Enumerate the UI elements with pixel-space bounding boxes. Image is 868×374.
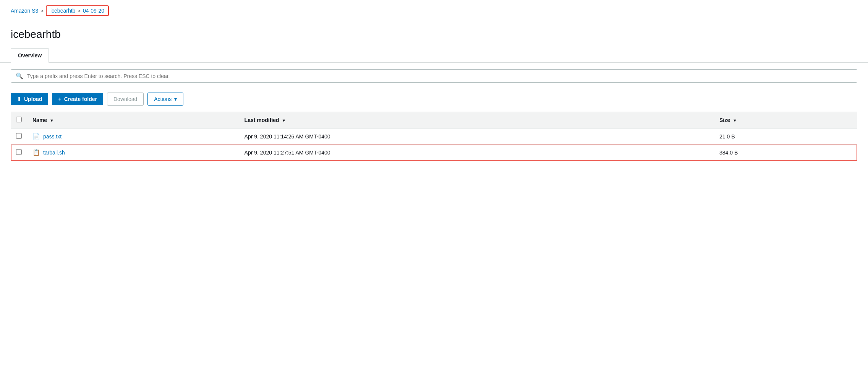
row-checkbox[interactable] <box>16 133 22 139</box>
col-name[interactable]: Name ▼ <box>27 112 239 128</box>
row-size-cell: 21.0 B <box>714 128 857 145</box>
create-folder-button[interactable]: + Create folder <box>52 93 103 105</box>
row-checkbox-cell <box>11 145 27 161</box>
upload-label: Upload <box>24 96 42 102</box>
page-title-section: icebearhtb <box>0 21 868 44</box>
row-checkbox[interactable] <box>16 149 22 155</box>
row-name-cell: 📋 tarball.sh <box>27 145 239 161</box>
download-button[interactable]: Download <box>107 93 144 106</box>
file-name-link[interactable]: 📋 tarball.sh <box>32 149 234 156</box>
tabs-bar: Overview <box>0 48 868 63</box>
search-bar-section: 🔍 <box>0 63 868 89</box>
upload-icon: ⬆ <box>17 96 21 102</box>
col-last-modified-sort-icon: ▼ <box>282 118 286 123</box>
file-name: pass.txt <box>43 133 62 140</box>
actions-chevron-icon: ▾ <box>174 96 177 102</box>
row-size: 21.0 B <box>719 133 735 140</box>
create-folder-icon: + <box>58 96 61 102</box>
col-size-sort-icon: ▼ <box>733 118 737 123</box>
breadcrumb-bucket[interactable]: icebearhtb <box>50 8 75 14</box>
table-header-row: Name ▼ Last modified ▼ Size ▼ <box>11 112 857 128</box>
file-name-link[interactable]: 📄 pass.txt <box>32 133 234 140</box>
search-input[interactable] <box>27 73 852 79</box>
breadcrumb-sep-1: > <box>40 8 44 14</box>
files-table: Name ▼ Last modified ▼ Size ▼ <box>11 112 857 161</box>
row-checkbox-cell <box>11 128 27 145</box>
select-all-checkbox[interactable] <box>16 117 22 122</box>
row-last-modified-cell: Apr 9, 2020 11:14:26 AM GMT-0400 <box>239 128 714 145</box>
row-last-modified-cell: Apr 9, 2020 11:27:51 AM GMT-0400 <box>239 145 714 161</box>
toolbar-section: ⬆ Upload + Create folder Download Action… <box>0 89 868 112</box>
actions-button[interactable]: Actions ▾ <box>147 93 183 106</box>
row-last-modified: Apr 9, 2020 11:14:26 AM GMT-0400 <box>245 133 330 140</box>
search-wrapper: 🔍 <box>11 69 857 83</box>
col-name-label: Name <box>32 117 47 123</box>
create-folder-label: Create folder <box>64 96 97 102</box>
col-last-modified[interactable]: Last modified ▼ <box>239 112 714 128</box>
table-section: Name ▼ Last modified ▼ Size ▼ <box>0 112 868 161</box>
col-size-label: Size <box>719 117 730 123</box>
file-icon: 📄 <box>32 133 40 140</box>
breadcrumb-highlighted-section: icebearhtb > 04-09-20 <box>46 5 109 16</box>
page-wrapper: Amazon S3 > icebearhtb > 04-09-20 icebea… <box>0 0 868 374</box>
breadcrumb-bar: Amazon S3 > icebearhtb > 04-09-20 <box>0 0 868 21</box>
table-row: 📄 pass.txt Apr 9, 2020 11:14:26 AM GMT-0… <box>11 128 857 145</box>
row-size: 384.0 B <box>719 150 738 156</box>
row-name-cell: 📄 pass.txt <box>27 128 239 145</box>
col-name-sort-icon: ▼ <box>50 118 54 123</box>
search-icon: 🔍 <box>16 72 23 80</box>
breadcrumb-folder[interactable]: 04-09-20 <box>83 8 104 14</box>
col-checkbox <box>11 112 27 128</box>
col-last-modified-label: Last modified <box>245 117 279 123</box>
breadcrumb-sep-2: > <box>78 8 81 14</box>
row-last-modified: Apr 9, 2020 11:27:51 AM GMT-0400 <box>245 150 330 156</box>
upload-button[interactable]: ⬆ Upload <box>11 93 48 105</box>
row-size-cell: 384.0 B <box>714 145 857 161</box>
table-row: 📋 tarball.sh Apr 9, 2020 11:27:51 AM GMT… <box>11 145 857 161</box>
file-icon: 📋 <box>32 149 40 156</box>
breadcrumb-root[interactable]: Amazon S3 <box>11 8 38 14</box>
file-name: tarball.sh <box>43 150 65 156</box>
col-size[interactable]: Size ▼ <box>714 112 857 128</box>
actions-label: Actions <box>154 96 172 102</box>
tab-overview[interactable]: Overview <box>11 48 49 63</box>
page-title: icebearhtb <box>11 28 857 41</box>
